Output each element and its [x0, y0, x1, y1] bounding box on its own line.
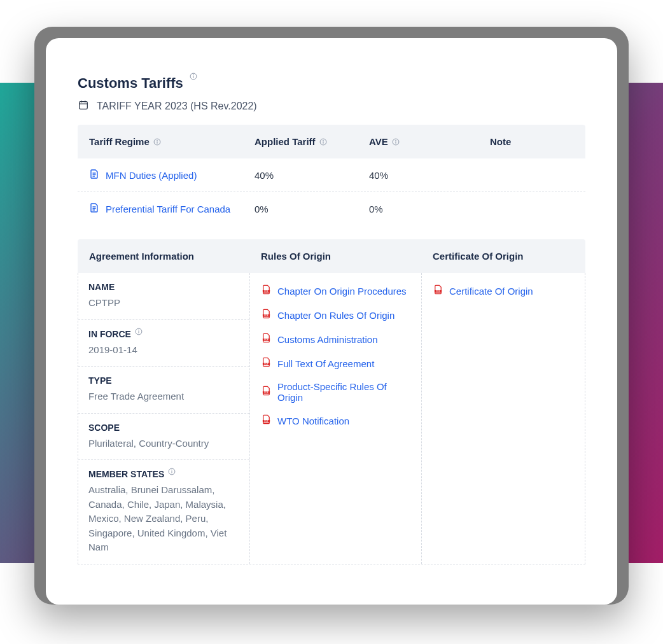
th-applied: Applied Tariff [255, 136, 369, 147]
pdf-icon: PDF [262, 386, 271, 398]
mfn-duties-link[interactable]: MFN Duties (Applied) [106, 170, 197, 181]
svg-text:PDF: PDF [264, 420, 269, 423]
th-certificate: Certificate Of Origin [433, 251, 574, 262]
certificate-links: PDF Certificate Of Origin [422, 273, 585, 564]
th-ave: AVE [369, 136, 490, 147]
svg-text:PDF: PDF [264, 339, 269, 341]
svg-point-26 [172, 470, 172, 470]
th-regime: Tariff Regime [89, 136, 255, 147]
tariff-table: Tariff Regime Applied Tariff AVE [78, 125, 585, 225]
th-rules: Rules Of Origin [261, 251, 433, 262]
applied-value: 40% [255, 170, 369, 181]
document-icon [89, 169, 99, 181]
svg-text:PDF: PDF [264, 391, 269, 394]
info-icon[interactable] [319, 138, 327, 146]
pdf-icon: PDF [262, 414, 271, 427]
svg-text:PDF: PDF [264, 314, 269, 317]
svg-text:PDF: PDF [264, 290, 269, 293]
info-icon[interactable] [153, 138, 161, 146]
rules-link[interactable]: Chapter On Origin Procedures [277, 286, 407, 297]
pdf-icon: PDF [262, 357, 271, 370]
svg-point-11 [323, 140, 323, 141]
rules-link[interactable]: Chapter On Rules Of Origin [277, 310, 394, 321]
pdf-icon: PDF [262, 309, 271, 321]
info-icon[interactable] [168, 468, 176, 475]
rules-link[interactable]: WTO Notification [277, 416, 349, 426]
th-agreement: Agreement Information [89, 251, 261, 262]
agreement-members: MEMBER STATES Australia, Brunei Darussal… [78, 460, 249, 564]
svg-point-14 [395, 140, 396, 141]
applied-value: 0% [255, 204, 369, 214]
rules-link[interactable]: Customs Administration [277, 334, 378, 345]
details-body: NAME CPTPP IN FORCE 2019-01-14 TY [78, 273, 585, 564]
tariff-year: TARIFF YEAR 2023 (HS Rev.2022) [97, 101, 257, 112]
agreement-inforce: IN FORCE 2019-01-14 [78, 320, 249, 367]
pdf-icon: PDF [433, 284, 443, 297]
th-note: Note [490, 136, 574, 147]
rules-of-origin-links: PDF Chapter On Origin Procedures PDF Cha… [250, 273, 422, 564]
info-icon[interactable] [135, 328, 143, 335]
svg-rect-3 [80, 102, 88, 109]
svg-point-1 [193, 74, 193, 75]
pdf-icon: PDF [262, 333, 271, 346]
customs-tariffs-card: Customs Tariffs TARIFF YEAR 2023 (HS Rev… [46, 38, 617, 605]
document-icon [89, 202, 99, 215]
calendar-icon [78, 99, 89, 113]
info-icon[interactable] [190, 73, 197, 80]
preferential-tariff-link[interactable]: Preferential Tariff For Canada [106, 204, 230, 214]
agreement-scope: SCOPE Plurilateral, Country-Country [78, 414, 249, 461]
page-title: Customs Tariffs [78, 75, 183, 92]
svg-point-8 [157, 140, 157, 141]
svg-text:PDF: PDF [264, 363, 269, 365]
svg-point-23 [139, 330, 139, 330]
tariff-row: Preferential Tariff For Canada 0% 0% [78, 192, 585, 225]
svg-text:PDF: PDF [436, 290, 440, 293]
rules-link[interactable]: Product-Specific Rules Of Origin [277, 381, 410, 403]
tariff-row: MFN Duties (Applied) 40% 40% [78, 158, 585, 192]
ave-value: 40% [369, 170, 490, 181]
certificate-link[interactable]: Certificate Of Origin [449, 286, 533, 297]
rules-link[interactable]: Full Text Of Agreement [277, 358, 374, 369]
agreement-type: TYPE Free Trade Agreement [78, 367, 249, 414]
info-icon[interactable] [392, 138, 400, 146]
agreement-name: NAME CPTPP [78, 273, 249, 320]
pdf-icon: PDF [262, 284, 271, 297]
ave-value: 0% [369, 204, 490, 214]
